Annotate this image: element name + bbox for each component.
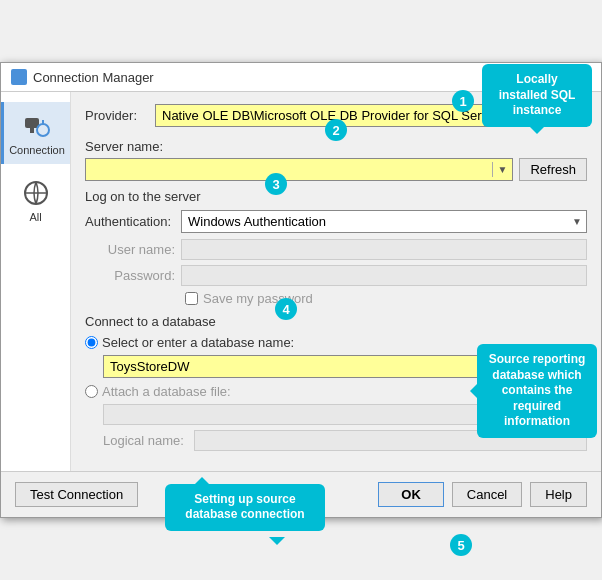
sidebar-all-label: All <box>29 211 41 223</box>
callout-arrow-down-right <box>269 537 285 553</box>
callout-arrow-left <box>463 384 477 398</box>
auth-label: Authentication: <box>85 214 175 229</box>
database-section-label: Connect to a database <box>85 314 587 329</box>
callout-source-db: Source reporting database which contains… <box>477 344 597 438</box>
callout-setting-source: Setting up source database connection <box>165 484 325 531</box>
titlebar-left: Connection Manager <box>11 69 154 85</box>
username-label: User name: <box>95 242 175 257</box>
ok-button[interactable]: OK <box>378 482 444 507</box>
server-input-wrapper[interactable]: ▼ <box>85 158 513 181</box>
circle-1: 1 <box>452 90 474 112</box>
sidebar: Connection All <box>1 92 71 471</box>
circle-2: 2 <box>325 119 347 141</box>
password-input[interactable] <box>181 265 587 286</box>
username-input[interactable] <box>181 239 587 260</box>
attach-db-label: Attach a database file: <box>102 384 231 399</box>
form-area: Provider: Native OLE DB\Microsoft OLE DB… <box>71 92 601 471</box>
circle-4: 4 <box>275 298 297 320</box>
refresh-button[interactable]: Refresh <box>519 158 587 181</box>
logon-label: Log on to the server <box>85 189 587 204</box>
svg-point-2 <box>37 124 49 136</box>
password-label: Password: <box>95 268 175 283</box>
sidebar-connection-label: Connection <box>9 144 65 156</box>
main-content: Connection All Provider: <box>1 92 601 471</box>
callout-arrow-up-left <box>195 470 209 484</box>
save-password-row: Save my password <box>185 291 587 306</box>
select-db-label: Select or enter a database name: <box>102 335 294 350</box>
app-icon <box>11 69 27 85</box>
sidebar-item-connection[interactable]: Connection <box>1 102 70 164</box>
attach-db-radio[interactable] <box>85 385 98 398</box>
circle-5: 5 <box>450 534 472 556</box>
attach-input[interactable] <box>103 404 505 425</box>
auth-select[interactable]: Windows Authentication <box>182 211 586 232</box>
callout-arrow-down <box>530 127 544 141</box>
auth-select-wrapper[interactable]: Windows Authentication ▼ <box>181 210 587 233</box>
connection-icon <box>21 110 53 142</box>
all-icon <box>20 177 52 209</box>
server-input[interactable] <box>86 159 492 180</box>
server-name-label: Server name: <box>85 139 587 154</box>
server-dropdown-btn[interactable]: ▼ <box>492 162 513 177</box>
test-connection-button[interactable]: Test Connection <box>15 482 138 507</box>
connection-manager-window: Connection Manager ✕ Connection <box>0 62 602 518</box>
svg-rect-0 <box>25 118 39 128</box>
callout-sql-instance: Locally installed SQL instance <box>482 64 592 127</box>
sidebar-item-all[interactable]: All <box>1 169 70 231</box>
circle-3: 3 <box>265 173 287 195</box>
logical-label: Logical name: <box>103 433 188 448</box>
window-title: Connection Manager <box>33 70 154 85</box>
select-db-radio[interactable] <box>85 336 98 349</box>
svg-rect-1 <box>30 128 34 133</box>
save-password-label: Save my password <box>203 291 313 306</box>
cancel-button[interactable]: Cancel <box>452 482 522 507</box>
save-password-checkbox[interactable] <box>185 292 198 305</box>
footer-right: OK Cancel Help <box>378 482 587 507</box>
help-button[interactable]: Help <box>530 482 587 507</box>
provider-label: Provider: <box>85 108 147 123</box>
